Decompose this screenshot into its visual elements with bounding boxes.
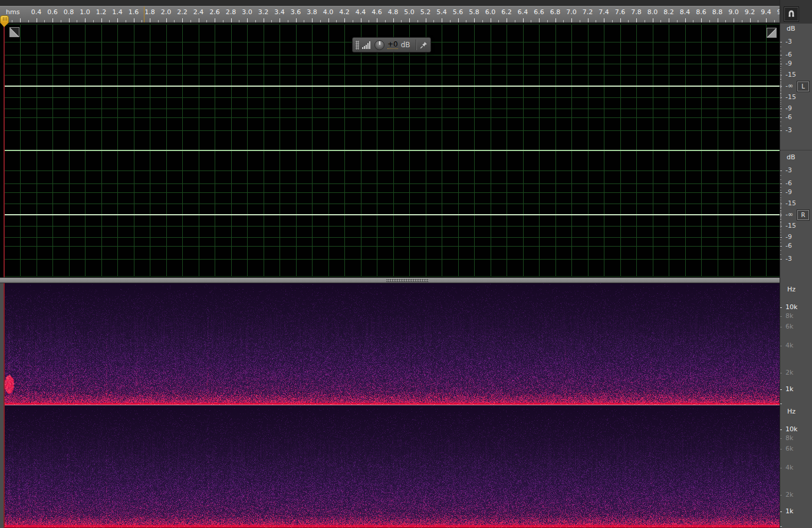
ruler-tick (61, 20, 61, 23)
freq-scale-label: 10k (785, 303, 797, 311)
db-scale-label: -3 (785, 166, 792, 174)
db-scale-label: -9 (785, 104, 792, 112)
db-scale-label: -9 (785, 188, 792, 196)
magnet-icon (787, 9, 796, 18)
spectrogram-right-channel[interactable] (5, 405, 780, 528)
ruler-tick-label: 1.6 (129, 8, 139, 16)
db-scale-label: -3 (785, 126, 792, 134)
ruler-tick-label: 4.6 (372, 8, 382, 16)
pan-corner-icon-right[interactable] (767, 28, 777, 38)
ruler-tick-label: 1.8 (144, 8, 155, 16)
timeline-ruler[interactable]: hms 0.40.60.81.01.21.41.61.82.02.22.42.6… (0, 6, 780, 24)
ruler-tick (766, 18, 767, 23)
ruler-tick-label: 7.6 (615, 8, 626, 16)
grid-line-db (4, 246, 780, 247)
ruler-tick-label: 6.0 (485, 8, 496, 16)
ruler-tick (458, 18, 459, 23)
ruler-tick (142, 20, 142, 23)
splitter-grip[interactable] (386, 279, 429, 282)
ruler-tick (20, 18, 21, 23)
audio-editor-window: hms 0.40.60.81.01.21.41.61.82.02.22.42.6… (0, 0, 812, 528)
ruler-tick (482, 20, 483, 23)
ruler-tick (134, 18, 134, 23)
ruler-tick-label: 6.2 (501, 8, 512, 16)
ruler-tick-label: 2.6 (209, 8, 220, 16)
freq-scale-label: 1k (785, 507, 793, 515)
ruler-tick (709, 20, 710, 23)
gain-value[interactable]: +0 (387, 41, 398, 49)
ruler-tick (93, 20, 94, 23)
ruler-tick (474, 18, 475, 23)
freq-scale-unit: Hz (787, 286, 795, 293)
ruler-tick (653, 18, 653, 23)
ruler-tick (685, 18, 686, 23)
panel-splitter[interactable] (0, 277, 812, 283)
waveform-centerline (4, 86, 780, 87)
channel-boundary-line (4, 150, 780, 151)
ruler-tick (385, 20, 386, 23)
ruler-tick (182, 18, 183, 23)
ruler-tick (12, 20, 12, 23)
db-scale-label: -3 (785, 255, 792, 263)
ruler-tick (774, 20, 775, 23)
spectrogram-left-channel[interactable] (5, 283, 780, 405)
ruler-tick-label: 1.2 (96, 8, 107, 16)
ruler-tick-label: 8.0 (647, 8, 658, 16)
snap-button[interactable] (784, 6, 799, 22)
ruler-tick (677, 20, 678, 23)
ruler-tick (401, 20, 402, 23)
grid-line-db (4, 204, 780, 204)
ruler-tick (117, 18, 118, 23)
ruler-tick (28, 20, 29, 23)
ruler-tick-label: 5.6 (453, 8, 463, 16)
db-scale-label: -6 (785, 179, 792, 187)
playhead-handle-gills (2, 17, 7, 21)
ruler-tick-label: 3.0 (242, 8, 252, 16)
gain-knob[interactable] (374, 40, 384, 50)
ruler-tick (628, 20, 629, 23)
ruler-tick (288, 20, 288, 23)
ruler-tick (126, 20, 126, 23)
ruler-tick (296, 18, 297, 23)
grid-line-db (4, 55, 780, 55)
ruler-tick (215, 18, 215, 23)
ruler-tick (369, 20, 369, 23)
ruler-tick (320, 20, 321, 23)
ruler-tick (304, 20, 304, 23)
level-meter-icon (362, 41, 372, 49)
hud-drag-handle[interactable] (356, 41, 359, 50)
volume-hud[interactable]: +0 dB (352, 37, 431, 53)
ruler-tick-label: 3.6 (291, 8, 301, 16)
ruler-tick-label: 5.0 (404, 8, 415, 16)
pin-icon[interactable] (420, 41, 428, 49)
ruler-tick (206, 20, 207, 23)
ruler-tick (612, 20, 613, 23)
scale-panel[interactable]: dB-3-6-9-15-∞-15-9-6-3LdB-3-6-9-15-∞-15-… (780, 24, 812, 528)
ruler-tick (377, 18, 377, 23)
ruler-tick (547, 20, 548, 23)
db-scale-label: -9 (785, 60, 792, 67)
ruler-tick-label: 7.8 (631, 8, 642, 16)
db-scale-label: -6 (785, 242, 792, 250)
ruler-tick (409, 18, 410, 23)
grid-line-db (4, 226, 780, 227)
ruler-tick-label: 6.4 (518, 8, 528, 16)
channel-badge[interactable]: R (797, 210, 809, 220)
pan-corner-icon-left[interactable] (9, 27, 19, 37)
ruler-tick (174, 20, 175, 23)
ruler-tick (101, 18, 102, 23)
ruler-tick (563, 20, 564, 23)
db-scale-label: -6 (785, 113, 792, 121)
ruler-tick (531, 20, 531, 23)
grid-edge-bottom (4, 276, 780, 277)
ruler-tick-label: 5.4 (436, 8, 447, 16)
ruler-tick (596, 20, 596, 23)
ruler-tick-label: 9.2 (745, 8, 755, 16)
channel-badge[interactable]: L (797, 81, 809, 91)
ruler-tick (52, 18, 53, 23)
ruler-tick (555, 18, 556, 23)
waveform-display[interactable] (0, 24, 780, 277)
grid-line-db (4, 259, 780, 260)
ruler-tick-label: 9.4 (761, 8, 771, 16)
ruler-tick (539, 18, 540, 23)
